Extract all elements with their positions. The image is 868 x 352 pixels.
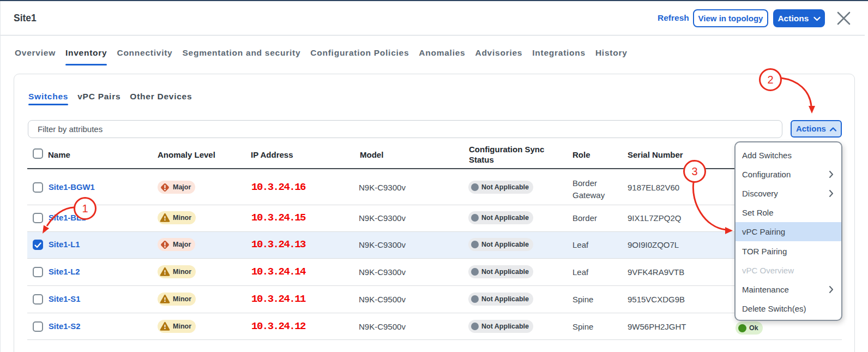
svg-text:1: 1	[82, 202, 88, 214]
svg-text:2: 2	[767, 74, 773, 86]
svg-text:3: 3	[691, 165, 697, 177]
